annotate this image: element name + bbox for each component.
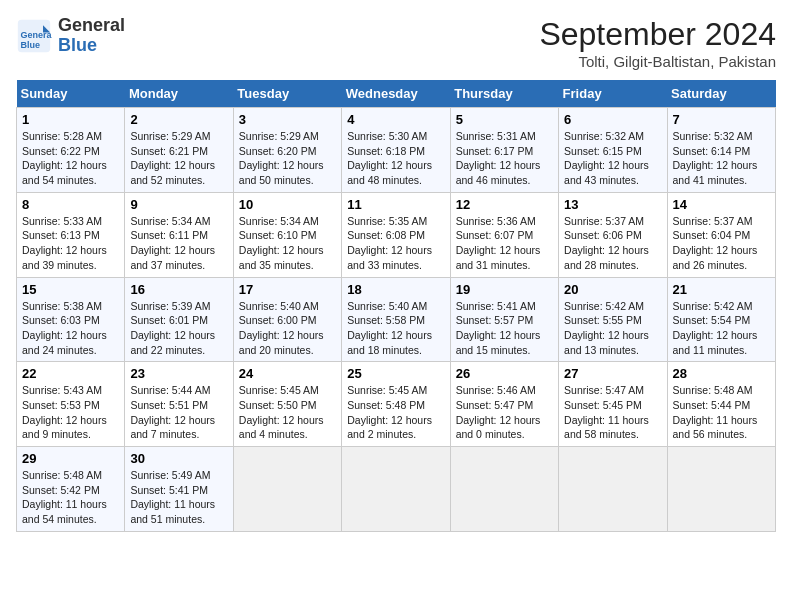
day-info: Sunrise: 5:40 AMSunset: 6:00 PMDaylight:… [239,300,324,356]
logo: General Blue General Blue [16,16,125,56]
day-number: 10 [239,197,336,212]
day-cell: 24 Sunrise: 5:45 AMSunset: 5:50 PMDaylig… [233,362,341,447]
day-number: 30 [130,451,227,466]
day-cell [559,447,667,532]
col-header-sunday: Sunday [17,80,125,108]
day-number: 9 [130,197,227,212]
day-info: Sunrise: 5:29 AMSunset: 6:21 PMDaylight:… [130,130,215,186]
day-info: Sunrise: 5:45 AMSunset: 5:48 PMDaylight:… [347,384,432,440]
day-info: Sunrise: 5:44 AMSunset: 5:51 PMDaylight:… [130,384,215,440]
logo-wordmark: General Blue [58,16,125,56]
day-info: Sunrise: 5:46 AMSunset: 5:47 PMDaylight:… [456,384,541,440]
col-header-thursday: Thursday [450,80,558,108]
col-header-wednesday: Wednesday [342,80,450,108]
week-row-4: 22 Sunrise: 5:43 AMSunset: 5:53 PMDaylig… [17,362,776,447]
day-cell: 3 Sunrise: 5:29 AMSunset: 6:20 PMDayligh… [233,108,341,193]
day-number: 12 [456,197,553,212]
day-number: 13 [564,197,661,212]
day-cell: 21 Sunrise: 5:42 AMSunset: 5:54 PMDaylig… [667,277,775,362]
day-info: Sunrise: 5:37 AMSunset: 6:06 PMDaylight:… [564,215,649,271]
day-info: Sunrise: 5:45 AMSunset: 5:50 PMDaylight:… [239,384,324,440]
day-info: Sunrise: 5:38 AMSunset: 6:03 PMDaylight:… [22,300,107,356]
week-row-5: 29 Sunrise: 5:48 AMSunset: 5:42 PMDaylig… [17,447,776,532]
day-cell [233,447,341,532]
day-cell: 27 Sunrise: 5:47 AMSunset: 5:45 PMDaylig… [559,362,667,447]
day-number: 26 [456,366,553,381]
day-cell: 6 Sunrise: 5:32 AMSunset: 6:15 PMDayligh… [559,108,667,193]
day-number: 21 [673,282,770,297]
day-info: Sunrise: 5:40 AMSunset: 5:58 PMDaylight:… [347,300,432,356]
day-info: Sunrise: 5:28 AMSunset: 6:22 PMDaylight:… [22,130,107,186]
day-cell: 23 Sunrise: 5:44 AMSunset: 5:51 PMDaylig… [125,362,233,447]
day-cell: 25 Sunrise: 5:45 AMSunset: 5:48 PMDaylig… [342,362,450,447]
day-info: Sunrise: 5:34 AMSunset: 6:10 PMDaylight:… [239,215,324,271]
day-number: 3 [239,112,336,127]
day-cell: 19 Sunrise: 5:41 AMSunset: 5:57 PMDaylig… [450,277,558,362]
day-info: Sunrise: 5:43 AMSunset: 5:53 PMDaylight:… [22,384,107,440]
day-cell: 15 Sunrise: 5:38 AMSunset: 6:03 PMDaylig… [17,277,125,362]
svg-text:Blue: Blue [21,39,41,49]
day-info: Sunrise: 5:33 AMSunset: 6:13 PMDaylight:… [22,215,107,271]
day-number: 6 [564,112,661,127]
day-cell [667,447,775,532]
day-info: Sunrise: 5:48 AMSunset: 5:42 PMDaylight:… [22,469,107,525]
day-info: Sunrise: 5:30 AMSunset: 6:18 PMDaylight:… [347,130,432,186]
day-number: 27 [564,366,661,381]
day-info: Sunrise: 5:29 AMSunset: 6:20 PMDaylight:… [239,130,324,186]
day-cell: 28 Sunrise: 5:48 AMSunset: 5:44 PMDaylig… [667,362,775,447]
day-cell: 2 Sunrise: 5:29 AMSunset: 6:21 PMDayligh… [125,108,233,193]
day-cell: 29 Sunrise: 5:48 AMSunset: 5:42 PMDaylig… [17,447,125,532]
day-number: 19 [456,282,553,297]
day-cell: 8 Sunrise: 5:33 AMSunset: 6:13 PMDayligh… [17,192,125,277]
col-header-tuesday: Tuesday [233,80,341,108]
day-cell: 5 Sunrise: 5:31 AMSunset: 6:17 PMDayligh… [450,108,558,193]
day-info: Sunrise: 5:32 AMSunset: 6:14 PMDaylight:… [673,130,758,186]
day-cell: 16 Sunrise: 5:39 AMSunset: 6:01 PMDaylig… [125,277,233,362]
day-cell [450,447,558,532]
day-number: 1 [22,112,119,127]
day-info: Sunrise: 5:42 AMSunset: 5:55 PMDaylight:… [564,300,649,356]
day-cell: 9 Sunrise: 5:34 AMSunset: 6:11 PMDayligh… [125,192,233,277]
day-info: Sunrise: 5:47 AMSunset: 5:45 PMDaylight:… [564,384,649,440]
day-info: Sunrise: 5:39 AMSunset: 6:01 PMDaylight:… [130,300,215,356]
day-number: 7 [673,112,770,127]
col-header-monday: Monday [125,80,233,108]
col-header-saturday: Saturday [667,80,775,108]
day-cell: 20 Sunrise: 5:42 AMSunset: 5:55 PMDaylig… [559,277,667,362]
day-cell [342,447,450,532]
day-cell: 12 Sunrise: 5:36 AMSunset: 6:07 PMDaylig… [450,192,558,277]
day-cell: 17 Sunrise: 5:40 AMSunset: 6:00 PMDaylig… [233,277,341,362]
week-row-3: 15 Sunrise: 5:38 AMSunset: 6:03 PMDaylig… [17,277,776,362]
col-header-friday: Friday [559,80,667,108]
day-number: 17 [239,282,336,297]
day-number: 11 [347,197,444,212]
location-subtitle: Tolti, Gilgit-Baltistan, Pakistan [539,53,776,70]
day-number: 16 [130,282,227,297]
header: General Blue General Blue September 2024… [16,16,776,70]
day-number: 15 [22,282,119,297]
day-cell: 26 Sunrise: 5:46 AMSunset: 5:47 PMDaylig… [450,362,558,447]
day-info: Sunrise: 5:37 AMSunset: 6:04 PMDaylight:… [673,215,758,271]
day-number: 18 [347,282,444,297]
day-cell: 4 Sunrise: 5:30 AMSunset: 6:18 PMDayligh… [342,108,450,193]
day-number: 14 [673,197,770,212]
day-cell: 18 Sunrise: 5:40 AMSunset: 5:58 PMDaylig… [342,277,450,362]
day-cell: 13 Sunrise: 5:37 AMSunset: 6:06 PMDaylig… [559,192,667,277]
day-cell: 7 Sunrise: 5:32 AMSunset: 6:14 PMDayligh… [667,108,775,193]
day-number: 28 [673,366,770,381]
day-info: Sunrise: 5:36 AMSunset: 6:07 PMDaylight:… [456,215,541,271]
day-number: 25 [347,366,444,381]
day-number: 23 [130,366,227,381]
week-row-2: 8 Sunrise: 5:33 AMSunset: 6:13 PMDayligh… [17,192,776,277]
day-cell: 1 Sunrise: 5:28 AMSunset: 6:22 PMDayligh… [17,108,125,193]
day-cell: 14 Sunrise: 5:37 AMSunset: 6:04 PMDaylig… [667,192,775,277]
day-number: 20 [564,282,661,297]
calendar-table: SundayMondayTuesdayWednesdayThursdayFrid… [16,80,776,532]
day-info: Sunrise: 5:34 AMSunset: 6:11 PMDaylight:… [130,215,215,271]
header-row: SundayMondayTuesdayWednesdayThursdayFrid… [17,80,776,108]
day-cell: 30 Sunrise: 5:49 AMSunset: 5:41 PMDaylig… [125,447,233,532]
day-number: 2 [130,112,227,127]
week-row-1: 1 Sunrise: 5:28 AMSunset: 6:22 PMDayligh… [17,108,776,193]
day-number: 22 [22,366,119,381]
day-cell: 10 Sunrise: 5:34 AMSunset: 6:10 PMDaylig… [233,192,341,277]
